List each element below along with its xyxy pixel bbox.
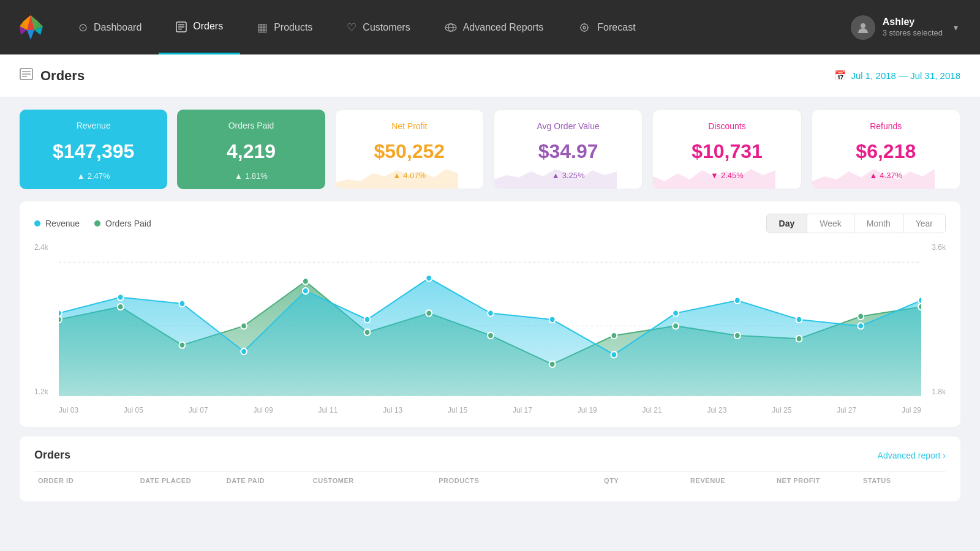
svg-point-40	[918, 298, 921, 304]
col-customer: CUSTOMER	[309, 477, 435, 484]
svg-point-33	[488, 310, 494, 316]
dashboard-icon: ⊙	[78, 21, 88, 34]
table-column-headers: ORDER ID DATE PLACED DATE PAID CUSTOMER …	[34, 471, 946, 489]
svg-point-19	[861, 23, 865, 28]
stat-net-profit[interactable]: Net Profit $50,252 ▲ 4.07%	[335, 110, 484, 189]
arrow-up-icon: ▲	[235, 171, 243, 181]
svg-point-32	[426, 275, 432, 281]
legend-orders: Orders Paid	[94, 219, 151, 228]
x-label-12: Jul 27	[837, 406, 856, 414]
x-label-11: Jul 25	[772, 406, 791, 414]
x-label-0: Jul 03	[59, 406, 78, 414]
x-label-9: Jul 21	[643, 406, 662, 414]
period-day-btn[interactable]: Day	[767, 214, 808, 233]
chart-svg-area	[59, 243, 921, 396]
svg-point-53	[796, 335, 802, 342]
x-label-7: Jul 17	[513, 406, 532, 414]
col-products: PRODUCTS	[435, 477, 600, 484]
main-chart: 2.4k 1.2k 3.6k 1.8k	[34, 243, 946, 414]
stat-avg-label: Avg Order Value	[508, 121, 628, 131]
legend-orders-label: Orders Paid	[105, 219, 151, 228]
app-logo[interactable]	[12, 9, 49, 46]
svg-point-49	[549, 361, 556, 367]
svg-point-28	[179, 301, 186, 307]
period-week-btn[interactable]: Week	[807, 214, 854, 233]
col-qty: QTY	[600, 477, 687, 484]
x-label-3: Jul 09	[254, 406, 273, 414]
stat-refunds[interactable]: Refunds $6,218 ▲ 4.37%	[812, 110, 960, 189]
orders-table-title: Orders	[34, 449, 70, 462]
period-year-btn[interactable]: Year	[903, 214, 945, 233]
chart-section: Revenue Orders Paid Day Week Month Year …	[20, 201, 960, 427]
legend-revenue-dot	[34, 220, 40, 227]
chart-y-right-labels: 3.6k 1.8k	[924, 243, 946, 396]
legend-revenue-label: Revenue	[45, 219, 80, 228]
svg-point-30	[303, 288, 309, 294]
orders-icon	[176, 20, 187, 33]
svg-point-46	[364, 329, 371, 335]
x-label-6: Jul 15	[448, 406, 467, 414]
col-date-paid: DATE PAID	[223, 477, 309, 484]
nav-orders[interactable]: Orders	[159, 0, 240, 54]
svg-point-39	[858, 323, 864, 329]
discounts-mini-chart	[653, 158, 775, 189]
stat-avg-order[interactable]: Avg Order Value $34.97 ▲ 3.25%	[494, 110, 643, 189]
y-left-bottom: 1.2k	[34, 388, 56, 396]
stat-orders-label: Orders Paid	[190, 121, 311, 130]
nav-customers[interactable]: ♡ Customers	[330, 0, 427, 54]
x-label-8: Jul 19	[578, 406, 597, 414]
chart-y-left-labels: 2.4k 1.2k	[34, 243, 56, 396]
user-avatar	[851, 15, 875, 40]
svg-point-42	[118, 304, 124, 310]
x-label-1: Jul 05	[124, 406, 143, 414]
nav-customers-label: Customers	[363, 22, 410, 33]
svg-point-52	[734, 332, 741, 339]
forecast-icon	[578, 21, 591, 34]
orders-table-section: Orders Advanced report › ORDER ID DATE P…	[20, 437, 960, 501]
chart-legend: Revenue Orders Paid	[34, 219, 151, 228]
svg-point-44	[241, 323, 247, 329]
calendar-icon: 📅	[834, 70, 846, 81]
nav-advanced-reports[interactable]: Advanced Reports	[428, 0, 561, 54]
x-label-4: Jul 11	[318, 406, 337, 414]
y-right-bottom: 1.8k	[924, 388, 946, 396]
svg-point-55	[918, 304, 921, 310]
svg-point-54	[858, 313, 864, 320]
stat-discounts[interactable]: Discounts $10,731 ▼ 2.45%	[652, 110, 801, 189]
nav-forecast-label: Forecast	[597, 22, 635, 33]
advanced-reports-icon	[445, 21, 457, 34]
page-title: Orders	[40, 68, 85, 84]
nav-forecast[interactable]: Forecast	[560, 0, 652, 54]
nav-dashboard[interactable]: ⊙ Dashboard	[61, 0, 159, 54]
svg-point-14	[583, 26, 586, 29]
period-month-btn[interactable]: Month	[854, 214, 903, 233]
chart-header: Revenue Orders Paid Day Week Month Year	[34, 214, 946, 233]
date-range-picker[interactable]: 📅 Jul 1, 2018 — Jul 31, 2018	[834, 70, 960, 81]
stat-revenue[interactable]: Revenue $147,395 ▲ 2.47%	[20, 110, 167, 189]
svg-point-45	[303, 278, 309, 284]
nav-products[interactable]: ▦ Products	[240, 0, 330, 54]
svg-point-50	[611, 332, 617, 339]
nav-advanced-reports-label: Advanced Reports	[463, 22, 544, 33]
y-left-top: 2.4k	[34, 243, 56, 252]
user-menu[interactable]: Ashley 3 stores selected ▾	[841, 15, 968, 40]
svg-point-34	[549, 317, 556, 323]
svg-point-27	[118, 294, 124, 300]
user-menu-chevron-icon: ▾	[954, 23, 958, 32]
stats-row: Revenue $147,395 ▲ 2.47% Orders Paid 4,2…	[0, 97, 980, 201]
chart-x-labels: Jul 03 Jul 05 Jul 07 Jul 09 Jul 11 Jul 1…	[59, 406, 921, 414]
nav-orders-label: Orders	[193, 21, 223, 32]
svg-point-47	[426, 310, 432, 316]
customers-icon: ♡	[347, 21, 356, 34]
svg-point-43	[179, 342, 186, 348]
page-header: Orders 📅 Jul 1, 2018 — Jul 31, 2018	[0, 54, 980, 97]
stat-orders-change: ▲ 1.81%	[190, 171, 311, 181]
stat-revenue-pct: 2.47%	[88, 171, 110, 181]
stat-orders-paid[interactable]: Orders Paid 4,219 ▲ 1.81%	[177, 110, 325, 189]
date-range-label: Jul 1, 2018 — Jul 31, 2018	[851, 70, 960, 81]
profit-mini-chart	[336, 158, 458, 189]
col-date-placed: DATE PLACED	[137, 477, 223, 484]
advanced-report-link[interactable]: Advanced report ›	[878, 451, 946, 460]
stat-refunds-label: Refunds	[826, 121, 946, 131]
stat-profit-label: Net Profit	[349, 121, 470, 131]
